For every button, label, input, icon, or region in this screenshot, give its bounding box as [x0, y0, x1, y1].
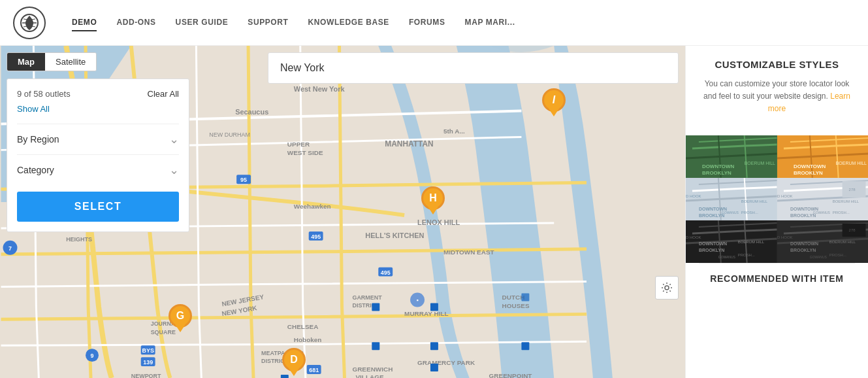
- customizable-styles-desc: You can customize your store locator loo…: [699, 78, 855, 116]
- logo: [13, 7, 46, 39]
- svg-text:DOWNTOWN: DOWNTOWN: [702, 163, 735, 169]
- filter-header: 9 of 58 outlets Clear All: [17, 89, 179, 99]
- main-nav: DEMO ADD-ONS USER GUIDE SUPPORT KNOWLEDG…: [72, 14, 855, 31]
- style-thumbnails-grid: DOWNTOWN BROOKLYN BOERUM HILL DOWNTOWN B…: [686, 135, 868, 263]
- customizable-styles-section: CUSTOMIZABLE STYLES You can customize yo…: [686, 46, 868, 129]
- svg-text:CHELSEA: CHELSEA: [287, 323, 319, 330]
- filter-panel: 9 of 58 outlets Clear All Show All By Re…: [7, 78, 189, 232]
- customizable-styles-title: CUSTOMIZABLE STYLES: [699, 59, 855, 70]
- svg-text:NEW DURHAM: NEW DURHAM: [209, 131, 250, 138]
- svg-text:D HOOK: D HOOK: [686, 194, 701, 198]
- style-thumb-dark-2[interactable]: DOWNTOWN BROOKLYN BOERUM HILL D HOOK GOW…: [777, 220, 869, 263]
- nav-demo[interactable]: DEMO: [72, 14, 97, 31]
- svg-text:BROOKLYN: BROOKLYN: [790, 213, 815, 217]
- right-sidebar: CUSTOMIZABLE STYLES You can customize yo…: [685, 46, 868, 378]
- filter-count: 9 of 58 outlets: [17, 89, 71, 99]
- svg-text:GREENPOINT: GREENPOINT: [489, 372, 532, 378]
- by-region-chevron-icon: ⌄: [169, 132, 179, 146]
- svg-text:DUTCH: DUTCH: [502, 294, 525, 301]
- nav-user-guide[interactable]: USER GUIDE: [176, 14, 229, 31]
- svg-text:UPPER: UPPER: [287, 141, 310, 148]
- svg-text:PROSH...: PROSH...: [738, 252, 756, 256]
- svg-text:GOWANUS: GOWANUS: [812, 210, 830, 214]
- svg-text:7: 7: [8, 245, 12, 252]
- svg-text:Secaucus: Secaucus: [235, 108, 268, 116]
- svg-text:LENOX HILL: LENOX HILL: [417, 218, 460, 226]
- map-marker-D[interactable]: D: [282, 348, 306, 371]
- svg-rect-55: [281, 375, 289, 378]
- svg-text:GOWANUS: GOWANUS: [722, 210, 739, 214]
- svg-text:D HOOK: D HOOK: [777, 194, 793, 198]
- map-area[interactable]: Secaucus West New York NEW DURHAM UPPER …: [0, 46, 685, 378]
- svg-text:MANHATTAN: MANHATTAN: [385, 139, 433, 148]
- svg-text:DOWNTOWN: DOWNTOWN: [793, 163, 826, 169]
- svg-text:PROSH...: PROSH...: [832, 210, 850, 214]
- nav-map-mari[interactable]: MAP MARI...: [465, 14, 515, 31]
- style-thumb-light-1[interactable]: DOWNTOWN BROOKLYN BOERUM HILL D HOOK GOW…: [686, 178, 777, 220]
- svg-text:278: 278: [848, 228, 856, 232]
- svg-text:NEWPORT: NEWPORT: [131, 373, 161, 378]
- search-input[interactable]: [268, 52, 679, 84]
- svg-rect-53: [430, 342, 438, 350]
- map-view-button[interactable]: Map: [7, 53, 45, 71]
- category-filter[interactable]: Category ⌄: [17, 154, 179, 185]
- style-thumb-green[interactable]: DOWNTOWN BROOKLYN BOERUM HILL: [686, 135, 777, 178]
- svg-text:HOUSES: HOUSES: [502, 302, 530, 309]
- svg-text:Hoboken: Hoboken: [294, 336, 322, 343]
- svg-text:West New York: West New York: [294, 85, 346, 93]
- svg-text:HEIGHTS: HEIGHTS: [66, 236, 92, 243]
- svg-text:Weehawken: Weehawken: [294, 203, 331, 210]
- svg-text:PROSH...: PROSH...: [829, 252, 846, 256]
- nav-forums[interactable]: FORUMS: [409, 14, 445, 31]
- map-marker-H[interactable]: H: [421, 186, 445, 210]
- svg-text:D HOOK: D HOOK: [686, 235, 701, 239]
- svg-rect-51: [430, 303, 438, 311]
- svg-text:BOERUM HILL: BOERUM HILL: [832, 199, 859, 203]
- style-thumb-light-2[interactable]: DOWNTOWN BROOKLYN BOERUM HILL D HOOK GOW…: [777, 178, 869, 220]
- svg-text:BYS: BYS: [142, 347, 153, 354]
- svg-text:GOWANUS: GOWANUS: [718, 254, 736, 258]
- svg-text:GOWANUS: GOWANUS: [809, 254, 827, 258]
- svg-rect-56: [430, 364, 438, 371]
- show-all-link[interactable]: Show All: [17, 104, 179, 114]
- nav-knowledge-base[interactable]: KNOWLEDGE BASE: [308, 14, 389, 31]
- clear-all-button[interactable]: Clear All: [148, 89, 179, 99]
- svg-text:BOERUM HILL: BOERUM HILL: [835, 161, 866, 165]
- select-button[interactable]: SELECT: [17, 192, 179, 222]
- map-background: Secaucus West New York NEW DURHAM UPPER …: [0, 46, 685, 378]
- svg-text:VILLAGE: VILLAGE: [355, 373, 383, 378]
- svg-text:DOWNTOWN: DOWNTOWN: [699, 241, 727, 246]
- svg-text:WEST SIDE: WEST SIDE: [287, 149, 323, 156]
- svg-rect-52: [372, 342, 379, 350]
- svg-text:GRAMERCY PARK: GRAMERCY PARK: [417, 359, 475, 366]
- svg-rect-54: [521, 342, 529, 350]
- nav-addons[interactable]: ADD-ONS: [116, 14, 155, 31]
- svg-text:278: 278: [848, 188, 856, 192]
- nav-support[interactable]: SUPPORT: [248, 14, 288, 31]
- svg-text:MURRAY HILL: MURRAY HILL: [404, 310, 448, 317]
- satellite-view-button[interactable]: Satellite: [45, 53, 96, 71]
- svg-text:495: 495: [381, 269, 391, 276]
- category-label: Category: [17, 165, 54, 175]
- style-thumb-dark-1[interactable]: DOWNTOWN BROOKLYN BOERUM HILL D HOOK GOW…: [686, 220, 777, 263]
- svg-text:9: 9: [91, 352, 94, 359]
- map-type-toggle: Map Satellite: [7, 52, 97, 71]
- svg-text:GARMENT: GARMENT: [352, 294, 382, 301]
- svg-text:139: 139: [143, 359, 153, 366]
- map-marker-G[interactable]: G: [169, 304, 192, 328]
- svg-text:HELL'S KITCHEN: HELL'S KITCHEN: [365, 232, 424, 239]
- svg-text:BROOKLYN: BROOKLYN: [702, 169, 731, 175]
- search-bar: [268, 52, 679, 84]
- svg-text:BOERUM HILL: BOERUM HILL: [738, 240, 765, 244]
- gear-control[interactable]: [655, 276, 679, 300]
- main-layout: Secaucus West New York NEW DURHAM UPPER …: [0, 46, 868, 378]
- map-marker-I[interactable]: I: [542, 88, 566, 112]
- header: DEMO ADD-ONS USER GUIDE SUPPORT KNOWLEDG…: [0, 0, 868, 46]
- svg-text:PROSH...: PROSH...: [741, 210, 759, 214]
- by-region-filter[interactable]: By Region ⌄: [17, 124, 179, 154]
- svg-rect-50: [372, 303, 379, 311]
- svg-text:MIDTOWN EAST: MIDTOWN EAST: [443, 249, 494, 256]
- svg-text:5th A...: 5th A...: [443, 128, 465, 135]
- style-thumb-orange[interactable]: DOWNTOWN BROOKLYN BOERUM HILL: [777, 135, 869, 178]
- svg-text:681: 681: [309, 367, 319, 373]
